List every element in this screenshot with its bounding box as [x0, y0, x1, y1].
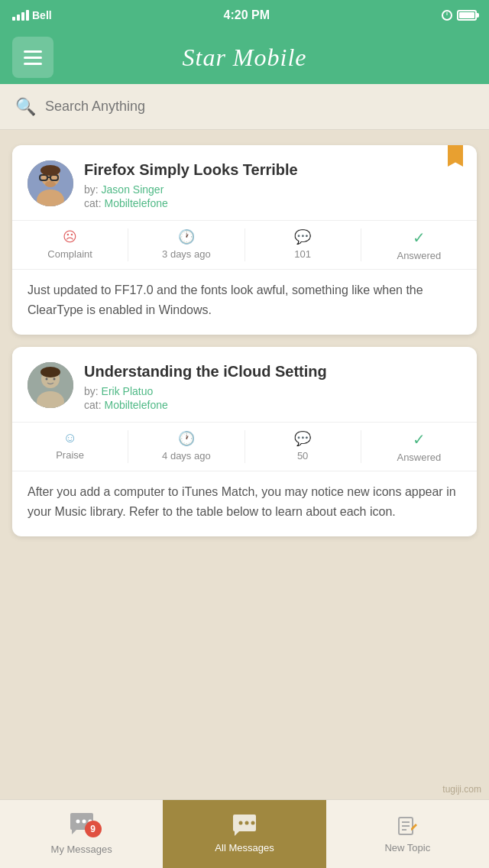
complaint-icon: ☹	[63, 228, 77, 245]
status-bar-left: Bell	[12, 9, 52, 21]
stat-status-2: ✓ Answered	[361, 430, 477, 463]
stat-comments-label-2: 50	[297, 450, 308, 462]
svg-point-19	[251, 821, 254, 825]
svg-point-17	[238, 821, 242, 825]
tab-new-topic[interactable]: New Topic	[326, 800, 489, 868]
svg-point-13	[53, 378, 56, 381]
stats-row-2: ☺ Praise 🕐 4 days ago 💬 50 ✓ Answered	[12, 422, 477, 471]
time-label: 4:20 PM	[224, 8, 270, 22]
comment-icon-2: 💬	[294, 430, 311, 447]
tab-bar: 9 My Messages All Messages New Topic	[0, 799, 489, 868]
check-icon-2: ✓	[413, 430, 426, 449]
time-icon-2: 🕐	[178, 430, 195, 447]
card-author: by: Jason Singer	[84, 183, 461, 196]
menu-button[interactable]	[12, 37, 53, 78]
stat-type-label: Complaint	[47, 248, 92, 260]
stat-type-label-2: Praise	[56, 449, 84, 461]
all-messages-icon	[232, 815, 257, 837]
search-bar: 🔍	[0, 84, 489, 130]
stat-type-2: ☺ Praise	[12, 430, 128, 463]
card-firefox[interactable]: Firefox Simply Looks Terrible by: Jason …	[12, 145, 477, 335]
stat-comments: 💬 101	[245, 228, 361, 261]
status-bar-right	[442, 10, 477, 21]
tab-all-messages-label: All Messages	[215, 842, 274, 853]
watermark: tugiji.com	[442, 784, 481, 795]
search-icon: 🔍	[15, 97, 36, 117]
stat-comments-2: 💬 50	[245, 430, 361, 463]
header: Star Mobile	[0, 31, 489, 84]
check-icon: ✓	[413, 228, 426, 247]
card-meta: Firefox Simply Looks Terrible by: Jason …	[84, 160, 461, 209]
stat-status-label-2: Answered	[397, 452, 441, 463]
tab-my-messages-label: My Messages	[51, 844, 112, 855]
svg-point-15	[82, 820, 86, 824]
app-title: Star Mobile	[183, 44, 307, 72]
tab-new-topic-label: New Topic	[384, 842, 430, 853]
card-title: Firefox Simply Looks Terrible	[84, 160, 461, 179]
stat-type: ☹ Complaint	[12, 228, 128, 261]
tab-all-messages[interactable]: All Messages	[163, 800, 325, 868]
card-category-2: cat: Mobiltelefone	[84, 399, 461, 411]
carrier-label: Bell	[32, 9, 52, 21]
svg-point-14	[76, 820, 79, 824]
card-header-2: Understanding the iCloud Setting by: Eri…	[28, 362, 461, 411]
pencil-icon	[396, 815, 419, 837]
svg-point-7	[45, 181, 56, 187]
avatar-erik	[28, 362, 73, 408]
card-meta-2: Understanding the iCloud Setting by: Eri…	[84, 362, 461, 411]
stat-comments-label: 101	[294, 248, 311, 260]
status-bar: Bell 4:20 PM	[0, 0, 489, 31]
clock-icon	[442, 10, 452, 21]
stat-time-2: 🕐 4 days ago	[128, 430, 244, 463]
card-author-2: by: Erik Platuo	[84, 385, 461, 397]
card-title-2: Understanding the iCloud Setting	[84, 362, 461, 381]
stats-row: ☹ Complaint 🕐 3 days ago 💬 101 ✓ Answere…	[12, 220, 477, 270]
praise-icon: ☺	[63, 430, 76, 446]
content-area: Firefox Simply Looks Terrible by: Jason …	[0, 130, 489, 799]
stat-time: 🕐 3 days ago	[128, 228, 244, 261]
stat-status: ✓ Answered	[361, 228, 477, 261]
card-body: Just updated to FF17.0 and the fonts loo…	[28, 280, 461, 319]
card-header: Firefox Simply Looks Terrible by: Jason …	[28, 160, 461, 209]
badge-my-messages: 9	[85, 821, 102, 837]
stat-time-label: 3 days ago	[162, 248, 211, 260]
comment-icon: 💬	[294, 228, 311, 245]
card-category: cat: Mobiltelefone	[84, 197, 461, 209]
search-input[interactable]	[45, 99, 474, 115]
stat-time-label-2: 4 days ago	[162, 450, 211, 462]
svg-point-6	[40, 165, 60, 176]
time-icon: 🕐	[178, 228, 195, 245]
svg-point-12	[46, 378, 48, 381]
svg-point-18	[244, 821, 248, 825]
card-body-2: After you add a computer to iTunes Match…	[28, 482, 461, 521]
signal-icon	[12, 10, 29, 21]
svg-point-11	[40, 367, 60, 377]
stat-status-label: Answered	[397, 250, 441, 261]
battery-icon	[457, 10, 477, 21]
avatar-jason	[28, 160, 73, 206]
card-icloud[interactable]: Understanding the iCloud Setting by: Eri…	[12, 347, 477, 536]
tab-my-messages[interactable]: 9 My Messages	[0, 800, 163, 868]
